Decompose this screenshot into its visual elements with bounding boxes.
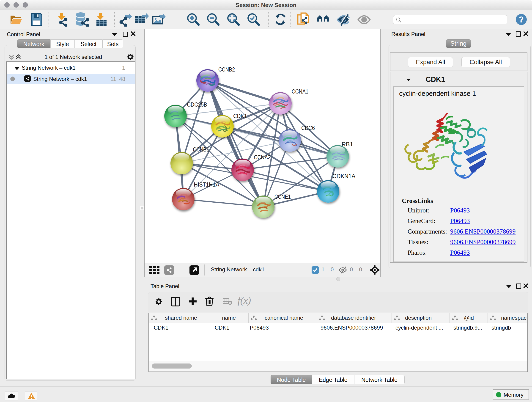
- svg-text:RB1: RB1: [342, 141, 353, 148]
- svg-text:CCNB1: CCNB1: [193, 146, 209, 153]
- svg-text:?: ?: [519, 15, 524, 24]
- svg-text:CCNA1: CCNA1: [292, 88, 308, 95]
- svg-text:CCNE1: CCNE1: [274, 193, 291, 200]
- svg-text:CDK1: CDK1: [233, 113, 247, 119]
- svg-text:CCNB2: CCNB2: [218, 66, 235, 73]
- svg-text:CDC6: CDC6: [301, 124, 315, 131]
- svg-text:CDC25B: CDC25B: [187, 101, 207, 108]
- svg-text:CCNA2: CCNA2: [254, 154, 271, 161]
- svg-text:HIST1H1A: HIST1H1A: [194, 181, 220, 188]
- svg-text:CDKN1A: CDKN1A: [332, 172, 355, 179]
